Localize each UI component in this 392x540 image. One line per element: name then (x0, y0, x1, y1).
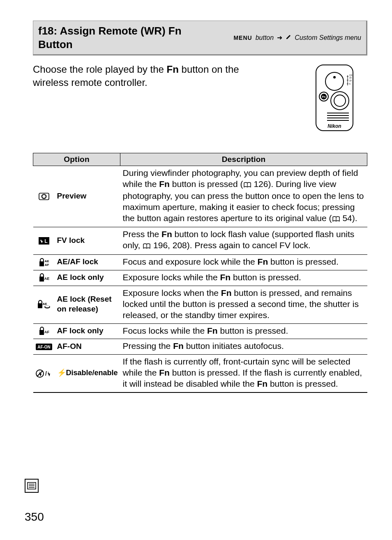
page-ref-num: 54 (342, 213, 352, 223)
intro-text: Choose the role played by the Fn button … (33, 63, 251, 90)
option-label: FV lock (55, 227, 120, 255)
fn-text: Fn (161, 229, 172, 239)
table-row: AF-ON AF-ON Pressing the Fn button initi… (33, 339, 367, 355)
svg-text:AE: AE (44, 259, 49, 263)
desc-text: button is pressed. (231, 272, 301, 282)
svg-rect-36 (39, 330, 44, 335)
svg-text:15: 15 (349, 76, 352, 79)
intro-row: Choose the role played by the Fn button … (33, 63, 367, 136)
ae-lock-reset-icon: AE (33, 286, 55, 323)
preview-icon (33, 166, 55, 227)
table-row: AE AE lock (Reset on release) Exposure l… (33, 286, 367, 323)
option-label: AF-ON (55, 339, 120, 355)
svg-text:AF: AF (44, 330, 49, 334)
desc-text: Pressing the (123, 341, 173, 351)
col-header-option: Option (33, 153, 120, 166)
svg-text:AF-ON: AF-ON (37, 345, 51, 349)
page-ref-icon (332, 214, 340, 225)
options-table: Option Description Preview During viewfi… (33, 153, 367, 393)
desc-text: button is pressed. (268, 257, 339, 266)
svg-text:5: 5 (349, 83, 350, 85)
remote-brand-label: Nikon (327, 123, 341, 129)
option-description: Exposure locks while the Fn button is pr… (120, 270, 367, 286)
table-row: L FV lock Press the Fn button to lock fl… (33, 227, 367, 255)
table-row: AEAF AE/AF lock Focus and exposure lock … (33, 255, 367, 270)
menu-tab-icon (25, 479, 39, 493)
intro-fn: Fn (167, 64, 179, 75)
svg-rect-27 (39, 261, 44, 266)
desc-text: Exposure locks while the (123, 272, 220, 282)
breadcrumb-button-label: button (256, 34, 274, 42)
table-row: AE AE lock only Exposure locks while the… (33, 270, 367, 286)
page-ref-icon (143, 241, 150, 252)
svg-line-41 (37, 371, 43, 376)
fn-text: Fn (257, 379, 267, 388)
option-description: Press the Fn button to lock flash value … (120, 227, 367, 255)
option-label: AF lock only (55, 323, 120, 339)
option-label: Preview (55, 166, 120, 227)
page-ref-num: 126 (254, 179, 268, 189)
svg-text:AE: AE (44, 277, 49, 281)
remote-controller-illustration: CH 15 10 5 Fn Nikon (310, 63, 359, 136)
desc-text: Focus and exposure lock while the (123, 257, 258, 266)
af-on-icon: AF-ON (33, 339, 55, 355)
svg-text:/: / (45, 370, 47, 377)
svg-point-21 (42, 194, 46, 199)
option-description: Pressing the Fn button initiates autofoc… (120, 339, 367, 355)
af-lock-only-icon: AF (33, 323, 55, 339)
svg-text:Fn: Fn (322, 95, 326, 98)
table-row: AF AF lock only Focus locks while the Fn… (33, 323, 367, 339)
option-description: Focus and exposure lock while the Fn but… (120, 255, 367, 270)
svg-point-2 (333, 76, 336, 78)
option-flash-label: ⚡Disable/enable (57, 368, 118, 378)
page-number: 350 (25, 510, 44, 524)
option-label: ⚡Disable/enable (55, 355, 120, 392)
section-title: f18: Assign Remote (WR) Fn Button (38, 24, 198, 51)
fn-text: Fn (220, 272, 231, 282)
breadcrumb: MENU button ➜ Custom Settings menu (233, 34, 361, 42)
desc-text: ). Press again to cancel FV lock. (187, 240, 311, 250)
option-description: Focus locks while the Fn button is press… (120, 323, 367, 339)
fn-text: Fn (173, 341, 184, 351)
ae-lock-only-icon: AE (33, 270, 55, 286)
fn-text: Fn (159, 368, 170, 377)
desc-text: button is pressed. (267, 379, 338, 388)
col-header-description: Description (120, 153, 367, 166)
arrow-right-icon: ➜ (277, 34, 282, 42)
svg-rect-30 (39, 277, 44, 282)
svg-rect-24 (39, 237, 49, 245)
option-label: AE/AF lock (55, 255, 120, 270)
desc-text: button initiates autofocus. (184, 341, 284, 351)
fn-text: Fn (159, 179, 170, 189)
table-row: / ⚡Disable/enable If the flash is curren… (33, 355, 367, 392)
option-description: During viewfinder photography, you can p… (120, 166, 367, 227)
flash-disable-enable-icon: / (33, 355, 55, 392)
desc-text: ). (352, 213, 357, 223)
svg-point-35 (45, 306, 49, 307)
option-description: Exposure locks when the Fn button is pre… (120, 286, 367, 323)
breadcrumb-dest: Custom Settings menu (295, 34, 361, 42)
desc-text: Focus locks while the (123, 326, 207, 335)
option-description: If the flash is currently off, front-cur… (120, 355, 367, 392)
svg-rect-32 (38, 303, 42, 308)
option-label: AE lock only (55, 270, 120, 286)
option-label: AE lock (Reset on release) (55, 286, 120, 323)
svg-text:L: L (44, 238, 47, 244)
svg-text:10: 10 (349, 79, 352, 82)
desc-text: button is pressed. (218, 326, 288, 335)
intro-pre: Choose the role played by the (33, 64, 167, 75)
desc-text: Exposure locks when the (123, 288, 221, 298)
desc-text: Press the (123, 229, 162, 239)
svg-text:AF: AF (44, 263, 49, 267)
pencil-icon (286, 34, 291, 42)
desc-text: button is pressed ( (170, 179, 243, 189)
fn-text: Fn (221, 288, 232, 298)
fn-text: Fn (258, 257, 268, 266)
breadcrumb-menu-label: MENU (233, 35, 252, 41)
section-header: f18: Assign Remote (WR) Fn Button MENU b… (33, 21, 367, 55)
ae-af-lock-icon: AEAF (33, 255, 55, 270)
fn-text: Fn (207, 326, 218, 335)
fv-lock-icon: L (33, 227, 55, 255)
table-row: Preview During viewfinder photography, y… (33, 166, 367, 227)
svg-text:AE: AE (42, 302, 47, 306)
